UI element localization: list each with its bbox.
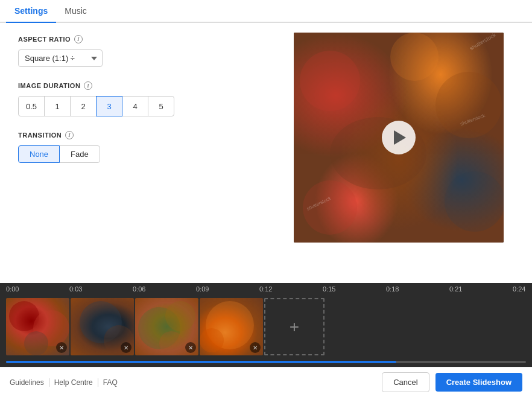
play-button[interactable] bbox=[382, 121, 416, 154]
ruler-mark-2: 0:06 bbox=[133, 285, 196, 293]
duration-btn-2[interactable]: 2 bbox=[70, 96, 97, 116]
aspect-ratio-info-icon[interactable]: i bbox=[74, 35, 83, 43]
duration-btn-5[interactable]: 5 bbox=[148, 96, 174, 116]
aspect-ratio-group: ASPECT RATIO i Square (1:1) ÷ Landscape … bbox=[18, 35, 259, 67]
image-duration-label: IMAGE DURATION i bbox=[18, 81, 259, 90]
tab-settings[interactable]: Settings bbox=[6, 0, 56, 23]
duration-buttons: 0.5 1 2 3 4 5 bbox=[18, 96, 259, 116]
svg-point-5 bbox=[445, 171, 504, 232]
transition-btn-fade[interactable]: Fade bbox=[59, 145, 100, 163]
thumbnail-4-remove[interactable]: ✕ bbox=[250, 342, 261, 353]
ruler-mark-4: 0:12 bbox=[259, 285, 323, 293]
ruler-mark-6: 0:18 bbox=[386, 285, 449, 293]
footer-actions: Cancel Create Slideshow bbox=[382, 372, 522, 392]
tabs-bar: Settings Music bbox=[0, 0, 532, 23]
ruler-mark-7: 0:21 bbox=[449, 285, 513, 293]
svg-point-8 bbox=[24, 331, 48, 355]
help-centre-link[interactable]: Help Centre bbox=[49, 378, 98, 387]
ruler-mark-0: 0:00 bbox=[6, 285, 69, 293]
timeline-ruler: 0:00 0:03 0:06 0:09 0:12 0:15 0:18 0:21 … bbox=[0, 283, 532, 295]
ruler-mark-1: 0:03 bbox=[69, 285, 133, 293]
preview-video: shutterstock shutterstock shutterstock bbox=[294, 33, 504, 243]
faq-link[interactable]: FAQ bbox=[98, 378, 122, 387]
thumbnail-2-remove[interactable]: ✕ bbox=[121, 342, 131, 353]
svg-point-2 bbox=[435, 72, 502, 138]
duration-btn-3[interactable]: 3 bbox=[96, 96, 122, 116]
image-duration-info-icon[interactable]: i bbox=[84, 81, 92, 90]
main-content: ASPECT RATIO i Square (1:1) ÷ Landscape … bbox=[0, 23, 532, 283]
thumbnail-1-remove[interactable]: ✕ bbox=[56, 342, 67, 353]
duration-btn-4[interactable]: 4 bbox=[122, 96, 148, 116]
transition-group: TRANSITION i None Fade bbox=[18, 131, 259, 163]
ruler-mark-5: 0:15 bbox=[323, 285, 386, 293]
tab-music[interactable]: Music bbox=[56, 0, 95, 23]
thumbnail-3-remove[interactable]: ✕ bbox=[185, 342, 196, 353]
thumbnail-3[interactable]: ✕ bbox=[135, 298, 198, 355]
transition-buttons: None Fade bbox=[18, 145, 259, 163]
progress-fill bbox=[6, 361, 396, 363]
add-thumbnail-button[interactable]: + bbox=[264, 298, 325, 355]
svg-point-12 bbox=[165, 301, 195, 331]
thumbnail-4[interactable]: ✕ bbox=[200, 298, 263, 355]
preview-panel: shutterstock shutterstock shutterstock bbox=[277, 23, 532, 283]
footer: Guidelines Help Centre FAQ Cancel Create… bbox=[0, 367, 532, 397]
thumbnail-2[interactable]: ✕ bbox=[71, 298, 134, 355]
cancel-button[interactable]: Cancel bbox=[382, 372, 429, 392]
footer-links: Guidelines Help Centre FAQ bbox=[10, 378, 122, 387]
svg-point-0 bbox=[300, 51, 360, 111]
ruler-mark-8: 0:24 bbox=[513, 285, 532, 293]
timeline-area: 0:00 0:03 0:06 0:09 0:12 0:15 0:18 0:21 … bbox=[0, 283, 532, 367]
duration-btn-0.5[interactable]: 0.5 bbox=[18, 96, 45, 116]
svg-point-1 bbox=[390, 33, 439, 81]
progress-track[interactable] bbox=[6, 361, 526, 363]
settings-panel: ASPECT RATIO i Square (1:1) ÷ Landscape … bbox=[0, 23, 277, 283]
aspect-ratio-label: ASPECT RATIO i bbox=[18, 35, 259, 43]
add-plus-icon: + bbox=[290, 319, 299, 335]
svg-point-15 bbox=[200, 328, 224, 352]
thumbnail-1[interactable]: ✕ bbox=[6, 298, 69, 355]
duration-btn-1[interactable]: 1 bbox=[44, 96, 71, 116]
transition-info-icon[interactable]: i bbox=[65, 131, 74, 139]
create-slideshow-button[interactable]: Create Slideshow bbox=[435, 373, 522, 392]
svg-point-13 bbox=[159, 331, 183, 355]
image-duration-group: IMAGE DURATION i 0.5 1 2 3 4 5 bbox=[18, 81, 259, 116]
transition-btn-none[interactable]: None bbox=[18, 145, 60, 163]
play-icon bbox=[394, 130, 406, 145]
guidelines-link[interactable]: Guidelines bbox=[10, 378, 49, 387]
timeline-strip: ✕ ✕ ✕ ✕ + bbox=[0, 295, 532, 358]
ruler-mark-3: 0:09 bbox=[196, 285, 259, 293]
timeline-progress bbox=[0, 358, 532, 367]
aspect-ratio-select[interactable]: Square (1:1) ÷ Landscape (16:9) Portrait… bbox=[18, 49, 103, 67]
transition-label: TRANSITION i bbox=[18, 131, 259, 139]
